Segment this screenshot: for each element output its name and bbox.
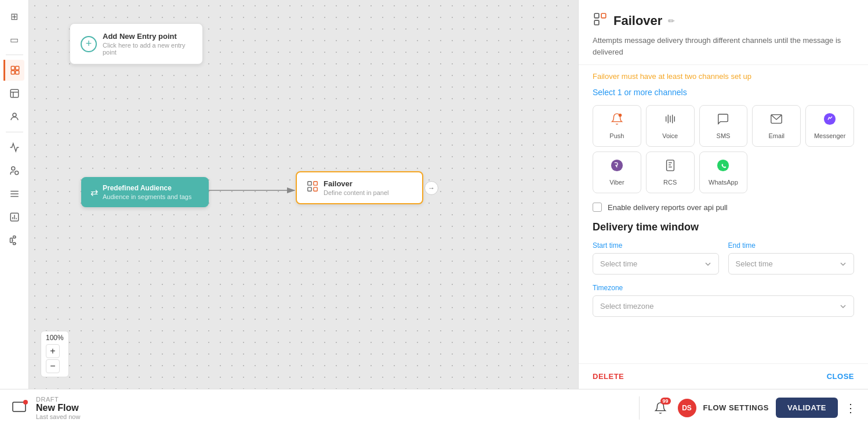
timezone-select[interactable]: Select timezone [593,295,854,317]
channels-label: Select 1 or more channels [593,88,854,97]
svg-rect-30 [601,13,606,18]
zoom-level: 100% [46,334,64,342]
sidebar-divider-2 [6,132,23,132]
panel-content: Select 1 or more channels Push [579,88,868,326]
sidebar-icon-reports[interactable] [4,207,25,228]
viber-icon [611,159,623,175]
audience-node-subtitle: Audience in segments and tags [103,193,192,200]
validate-button[interactable]: VALIDATE [776,398,838,418]
channel-push-label: Push [609,132,624,139]
sidebar-icon-message[interactable]: ▭ [4,29,25,50]
channel-voice-label: Voice [662,132,678,139]
zoom-control: 100% + − [41,331,69,377]
failover-node[interactable]: Failover Define content in panel → [296,171,423,204]
delivery-time-title: Delivery time window [593,221,854,233]
svg-rect-4 [10,89,19,98]
sidebar-icon-campaigns[interactable] [3,60,24,81]
entry-node-subtitle: Click here to add a new entry point [103,42,192,56]
channel-messenger[interactable]: Messenger [805,105,854,147]
sidebar-icon-templates[interactable] [4,83,25,104]
delivery-report-checkbox[interactable] [593,203,602,212]
sidebar: ⊞ ▭ [0,0,29,389]
panel-header: Failover ✏ Attempts message delivery thr… [579,0,868,65]
flow-icon [12,400,28,414]
channel-email-label: Email [769,132,785,139]
panel-edit-icon[interactable]: ✏ [668,16,675,26]
push-icon [611,113,623,129]
svg-rect-25 [308,182,311,185]
failover-text: Failover Define content in panel [324,179,389,196]
svg-point-7 [13,113,16,117]
delete-button[interactable]: DELETE [593,372,624,381]
svg-point-9 [14,171,18,175]
end-time-select[interactable]: Select time [728,253,855,275]
panel-description: Attempts message delivery through differ… [593,35,854,57]
close-button[interactable]: CLOSE [827,372,854,381]
channel-viber[interactable]: Viber [593,151,641,193]
delivery-report-row: Enable delivery reports over api pull [593,203,854,212]
svg-rect-0 [11,66,14,70]
audience-node[interactable]: ⇄ Predefined Audience Audience in segmen… [81,177,209,207]
svg-rect-41 [666,160,674,171]
sms-icon [717,113,729,129]
failover-node-title: Failover [324,179,389,188]
channels-label-suffix: channels [652,88,687,97]
svg-rect-17 [10,238,12,243]
start-time-select[interactable]: Select time [593,253,719,275]
start-time-field: Start time Select time [593,241,719,275]
flow-info: DRAFT New Flow Last saved now [36,396,629,420]
end-time-label: End time [728,241,855,250]
svg-rect-1 [15,66,19,70]
notification-icon[interactable]: 99 [650,398,671,418]
end-time-field: End time Select time [728,241,855,275]
canvas[interactable]: + Add New Entry point Click here to add … [29,0,578,389]
svg-rect-3 [15,71,19,74]
svg-rect-29 [594,13,599,18]
flow-saved-label: Last saved now [36,413,629,420]
messenger-icon [823,113,836,129]
channel-viber-label: Viber [609,179,624,186]
svg-rect-2 [11,71,14,74]
channel-voice[interactable]: Voice [646,105,695,147]
sidebar-icon-integrations[interactable] [4,230,25,251]
time-row: Start time Select time End time Select t… [593,241,854,275]
channel-push[interactable]: Push [593,105,641,147]
delivery-report-label: Enable delivery reports over api pull [608,203,728,212]
more-options-button[interactable]: ⋮ [845,401,856,415]
zoom-in-button[interactable]: + [46,344,60,358]
panel-title: Failover [613,13,662,28]
voice-icon [664,113,677,129]
bottom-right-actions: 99 DS FLOW SETTINGS VALIDATE ⋮ [650,398,856,418]
channel-email[interactable]: Email [752,105,801,147]
entry-node-text: Add New Entry point Click here to add a … [103,32,192,56]
flow-draft-label: DRAFT [36,396,629,403]
svg-point-47 [23,400,28,405]
flow-icon-container [12,400,28,416]
channels-grid: Push Voice [593,105,854,193]
channel-whatsapp[interactable]: WhatsApp [699,151,748,193]
channel-rcs[interactable]: RCS [646,151,695,193]
entry-node-plus-icon: + [81,36,97,52]
svg-rect-28 [314,187,317,191]
zoom-out-button[interactable]: − [46,359,60,373]
timezone-field: Timezone Select timezone [593,284,854,317]
sidebar-icon-contacts[interactable] [4,106,25,127]
user-avatar[interactable]: DS [678,399,696,417]
flow-settings-button[interactable]: FLOW SETTINGS [703,403,769,412]
entry-node[interactable]: + Add New Entry point Click here to add … [70,23,203,64]
failover-arrow-btn[interactable]: → [424,181,438,195]
svg-rect-18 [13,236,15,239]
notification-badge: 99 [660,398,671,405]
panel-failover-icon [593,12,608,30]
sidebar-icon-analytics[interactable] [4,137,25,158]
panel-warning: Failover must have at least two channels… [579,65,868,88]
sidebar-icon-lists[interactable] [4,183,25,204]
sidebar-icon-audiences[interactable] [4,160,25,181]
timezone-label: Timezone [593,284,854,292]
channel-sms[interactable]: SMS [699,105,748,147]
audience-node-title: Predefined Audience [103,184,192,192]
failover-node-icon [306,180,319,196]
svg-rect-46 [13,402,26,411]
sidebar-icon-grid[interactable]: ⊞ [4,6,25,27]
svg-point-45 [717,160,729,171]
